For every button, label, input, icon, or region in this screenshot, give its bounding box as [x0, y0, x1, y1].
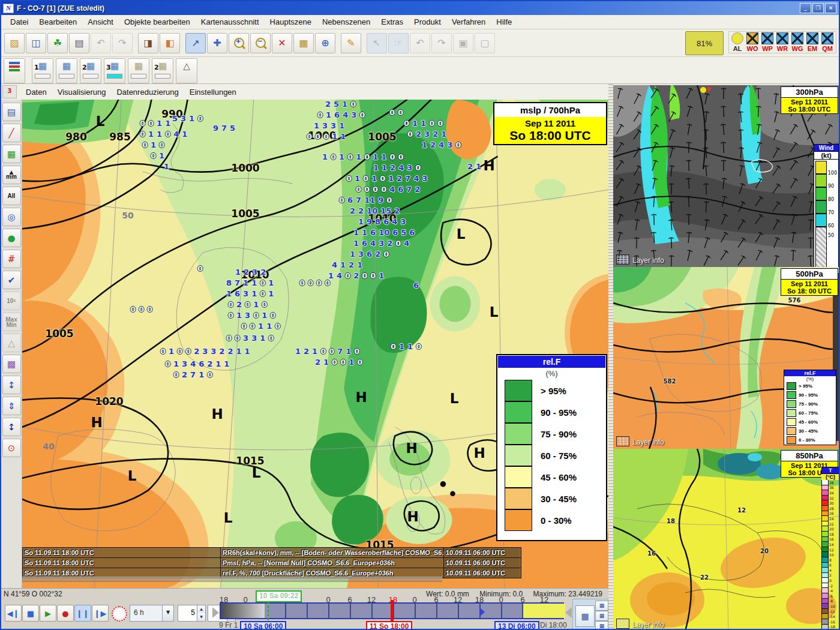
pan-icon[interactable]: ✚ [207, 33, 227, 53]
alert-wp[interactable]: WP [761, 32, 774, 52]
spinner-up-icon[interactable]: ▲ [197, 605, 205, 613]
step-forward-button[interactable]: ❙▶ [92, 605, 109, 622]
panel-300hpa[interactable]: 300hPa Sep 11 2011 So 18:00 UTC Wind (kt… [613, 85, 840, 268]
profile-updown-icon[interactable]: ↕ [2, 376, 21, 394]
print-icon[interactable]: ▤ [69, 33, 89, 53]
time-row-button-3[interactable]: ▦ [595, 621, 608, 630]
menu-objekte-bearbeiten[interactable]: Objekte bearbeiten [119, 16, 196, 28]
all-layers-button[interactable]: All [2, 187, 21, 205]
scene-menu-datenreduzierung[interactable]: Datenreduzierung [111, 86, 184, 98]
pointer-arrow-icon[interactable]: ↗ [185, 33, 206, 53]
scene-button-6[interactable]: ▦2 [152, 58, 173, 83]
menu-bearbeiten[interactable]: Bearbeiten [34, 16, 82, 28]
selected-time-marker[interactable] [391, 600, 394, 622]
alert-wg[interactable]: WG [791, 32, 804, 52]
step-spinner[interactable]: 5 ▲▼ [178, 605, 206, 622]
layer-status-row[interactable]: So 11.09.11 18:00 UTCPmsl, hPa, -- [Norm… [22, 558, 521, 568]
profile-zoom-icon[interactable]: ⇕ [2, 397, 21, 415]
time-row-button-2[interactable]: ▦ [595, 611, 608, 621]
time-matrix-button[interactable]: ▦ [575, 605, 595, 627]
precip-value: 3 [422, 174, 427, 183]
data-browser-icon[interactable]: ▤ [2, 103, 21, 121]
alert-qm[interactable]: QM [821, 32, 834, 52]
timeline-right-arrow[interactable] [565, 607, 572, 618]
open-icon[interactable]: ▨ [4, 33, 25, 53]
range-start-arrow[interactable] [479, 607, 485, 617]
time-row-button-1[interactable]: ▦ [595, 601, 608, 611]
map-colorscale-icon[interactable]: ▦ [2, 145, 21, 163]
cross-section-icon[interactable]: ╱ [2, 124, 21, 142]
menu-hilfe[interactable]: Hilfe [491, 16, 517, 28]
zoom-in-icon[interactable]: + [229, 33, 249, 53]
timeline-left-arrow[interactable] [212, 607, 219, 618]
scene-button-2[interactable]: ▦ [56, 58, 77, 83]
scene-button-1[interactable]: ▦1 [32, 58, 53, 83]
profile-grid-icon[interactable]: ↕ [2, 418, 21, 436]
layer-status-row[interactable]: So 11.09.11 18:00 UTCRR6h(skal+konv), mm… [22, 547, 521, 558]
layer-table-icon[interactable] [616, 436, 629, 446]
range-start-label[interactable]: 10 Sa 06:00 [240, 621, 286, 630]
frog-icon[interactable]: ☘ [47, 33, 68, 53]
interval-combobox[interactable]: 6 h ▼ [130, 605, 174, 622]
scene-button-4[interactable]: ▦3 [104, 58, 125, 83]
alert-wo[interactable]: WO [746, 32, 759, 52]
restore-button[interactable]: ❐ [812, 3, 824, 13]
splitter[interactable] [608, 84, 613, 630]
play-button[interactable]: ▶ [40, 605, 56, 622]
spinner-down-icon[interactable]: ▼ [197, 613, 205, 621]
step-back-button[interactable]: ◀❙ [5, 605, 22, 622]
range-end-label[interactable]: 13 Di 06:00 [494, 621, 539, 630]
layer-table-icon[interactable] [616, 619, 629, 629]
selected-time-label[interactable]: 11 So 18:00 [366, 621, 412, 630]
menu-extras[interactable]: Extras [376, 16, 409, 28]
distance-km-icon[interactable]: ⊕ [315, 33, 335, 53]
apply-check-icon[interactable]: ✔ [2, 271, 21, 289]
panel-850hpa[interactable]: 850hPa Sep 11 2011 So 18:00 UTC 12181620… [613, 449, 840, 630]
pause-button[interactable]: ❙❙ [74, 605, 91, 622]
zoom-level-indicator[interactable]: 81% [685, 31, 724, 55]
chevron-down-icon[interactable]: ▼ [162, 605, 173, 621]
scene-menu-visualisierung[interactable]: Visualisierung [52, 86, 112, 98]
alert-al[interactable]: AL [731, 32, 744, 52]
projection-icon[interactable]: △ [176, 58, 197, 83]
menu-verfahren[interactable]: Verfahren [446, 16, 491, 28]
main-map[interactable]: 9809859901000100010051005100510101010101… [22, 100, 608, 588]
menu-datei[interactable]: Datei [5, 16, 34, 28]
minimize-button[interactable]: _ [800, 3, 811, 13]
presentation-icon[interactable]: ◨ [138, 33, 158, 53]
palette-icon[interactable]: ▩ [2, 355, 21, 373]
draw-pencil-icon[interactable]: ✎ [341, 33, 361, 53]
precip-value: 3 [351, 110, 356, 119]
record-button[interactable]: ● [57, 605, 74, 622]
panel-500hpa[interactable]: 500hPa Sep 11 2011 So 18: 00 UTC 576582 … [613, 267, 840, 450]
scene-manager-icon[interactable]: ◧ [160, 33, 180, 53]
layer-table-icon[interactable] [616, 254, 629, 265]
zoom-out-icon[interactable]: − [250, 33, 271, 53]
alert-wr[interactable]: WR [776, 32, 789, 52]
scene-button-5[interactable]: ▦ [128, 58, 149, 83]
precip-mm-icon[interactable]: ▲mm [2, 166, 21, 184]
save-icon[interactable]: ◫ [26, 33, 46, 53]
menu-kartenausschnitt[interactable]: Kartenausschnitt [196, 16, 265, 28]
time-compass-icon[interactable]: ⊙ [2, 439, 21, 457]
submap-icon[interactable]: ▦ [293, 33, 314, 53]
menu-nebenszenen[interactable]: Nebenszenen [317, 16, 376, 28]
layer-info[interactable]: Layer info [616, 254, 664, 265]
layer-manager-icon[interactable] [4, 58, 25, 83]
menu-ansicht[interactable]: Ansicht [82, 16, 119, 28]
grid-values-icon[interactable]: # [2, 250, 21, 268]
menu-produkt[interactable]: Produkt [409, 16, 446, 28]
stop-button[interactable]: ■ [22, 605, 39, 622]
shading-style-icon[interactable]: ● [2, 229, 21, 247]
layer-info[interactable]: Layer info [616, 619, 664, 629]
alert-em[interactable]: EM [806, 32, 819, 52]
scene-menu-daten[interactable]: Daten [20, 86, 52, 98]
scene-button-3[interactable]: ▦2 [80, 58, 101, 83]
animation-settings-icon[interactable] [112, 606, 127, 622]
close-button[interactable]: × [825, 3, 836, 13]
scene-menu-einstellungen[interactable]: Einstellungen [184, 86, 242, 98]
menu-hauptszene[interactable]: Hauptszene [265, 16, 317, 28]
isoline-style-icon[interactable]: ◎ [2, 208, 21, 226]
delete-object-icon[interactable]: ✕ [272, 33, 292, 53]
layer-info[interactable]: Layer info [616, 436, 664, 446]
